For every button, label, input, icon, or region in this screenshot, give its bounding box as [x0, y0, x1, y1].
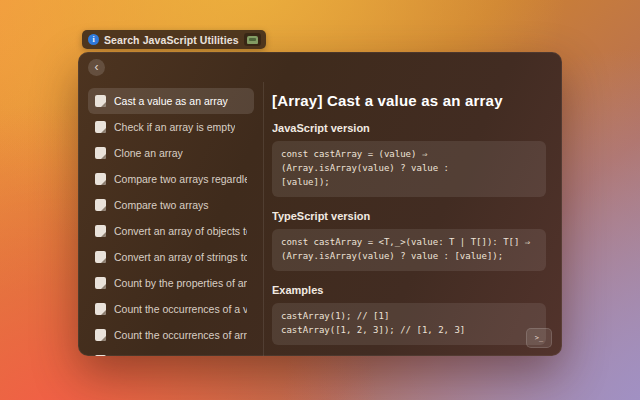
- document-icon: [95, 121, 106, 133]
- list-item-label: Cast a value as an array: [114, 95, 228, 107]
- code-block[interactable]: castArray(1); // [1] castArray([1, 2, 3]…: [272, 303, 546, 345]
- code-text: const castArray = (value) ⇒ (Array.isArr…: [281, 148, 537, 190]
- search-hint-label: Search JavaScript Utilities: [104, 34, 239, 46]
- pane-divider: [263, 82, 264, 356]
- list-item[interactable]: Count the occurrences of array...: [88, 322, 254, 348]
- document-icon: [95, 225, 106, 237]
- list-item-label: Create an array of cumulative...: [114, 355, 247, 356]
- list-item[interactable]: Convert an array of objects to a...: [88, 218, 254, 244]
- list-item-label: Compare two arrays: [114, 199, 209, 211]
- document-icon: [95, 277, 106, 289]
- list-item-label: Compare two arrays regardless...: [114, 173, 247, 185]
- list-item[interactable]: Clone an array: [88, 140, 254, 166]
- list-item-label: Convert an array of objects to a...: [114, 225, 247, 237]
- list-item-label: Check if an array is empty: [114, 121, 235, 133]
- search-hint-pill[interactable]: i Search JavaScript Utilities: [82, 30, 266, 49]
- detail-title: [Array] Cast a value as an array: [272, 92, 546, 109]
- extension-chip: [244, 33, 261, 46]
- terminal-icon: >_: [535, 334, 543, 342]
- document-icon: [95, 355, 106, 356]
- code-text: castArray(1); // [1] castArray([1, 2, 3]…: [281, 310, 537, 338]
- document-icon: [95, 251, 106, 263]
- list-item[interactable]: Create an array of cumulative...: [88, 348, 254, 356]
- detail-section: JavaScript version const castArray = (va…: [272, 122, 546, 197]
- detail-pane: [Array] Cast a value as an array JavaScr…: [272, 82, 562, 356]
- section-heading: Examples: [272, 284, 546, 296]
- list-item-label: Convert an array of strings to n...: [114, 251, 247, 263]
- code-text: const castArray = <T,_>(value: T | T[]):…: [281, 236, 537, 264]
- utilities-list: Cast a value as an array Check if an arr…: [88, 88, 254, 356]
- detail-section: TypeScript version const castArray = <T,…: [272, 210, 546, 271]
- document-icon: [95, 199, 106, 211]
- back-button[interactable]: ‹: [88, 59, 105, 76]
- list-item[interactable]: Cast a value as an array: [88, 88, 254, 114]
- list-item[interactable]: Convert an array of strings to n...: [88, 244, 254, 270]
- document-icon: [95, 147, 106, 159]
- code-block[interactable]: const castArray = <T,_>(value: T | T[]):…: [272, 229, 546, 271]
- document-icon: [95, 303, 106, 315]
- list-item-label: Clone an array: [114, 147, 183, 159]
- list-item[interactable]: Compare two arrays: [88, 192, 254, 218]
- list-item[interactable]: Compare two arrays regardless...: [88, 166, 254, 192]
- info-icon: i: [88, 34, 99, 45]
- document-icon: [95, 173, 106, 185]
- detail-sections: JavaScript version const castArray = (va…: [272, 122, 546, 345]
- list-item-label: Count by the properties of an a...: [114, 277, 247, 289]
- list-item[interactable]: Count by the properties of an a...: [88, 270, 254, 296]
- raycast-window: ‹ Cast a value as an array Check if an a…: [78, 52, 562, 356]
- detail-section: Examples castArray(1); // [1] castArray(…: [272, 284, 546, 345]
- list-item[interactable]: Check if an array is empty: [88, 114, 254, 140]
- section-heading: JavaScript version: [272, 122, 546, 134]
- document-icon: [95, 329, 106, 341]
- code-block[interactable]: const castArray = (value) ⇒ (Array.isArr…: [272, 141, 546, 197]
- extension-icon: [247, 36, 258, 44]
- list-item-label: Count the occurrences of array...: [114, 329, 247, 341]
- terminal-button[interactable]: >_: [526, 328, 552, 348]
- list-item[interactable]: Count the occurrences of a val...: [88, 296, 254, 322]
- document-icon: [95, 95, 106, 107]
- section-heading: TypeScript version: [272, 210, 546, 222]
- list-item-label: Count the occurrences of a val...: [114, 303, 247, 315]
